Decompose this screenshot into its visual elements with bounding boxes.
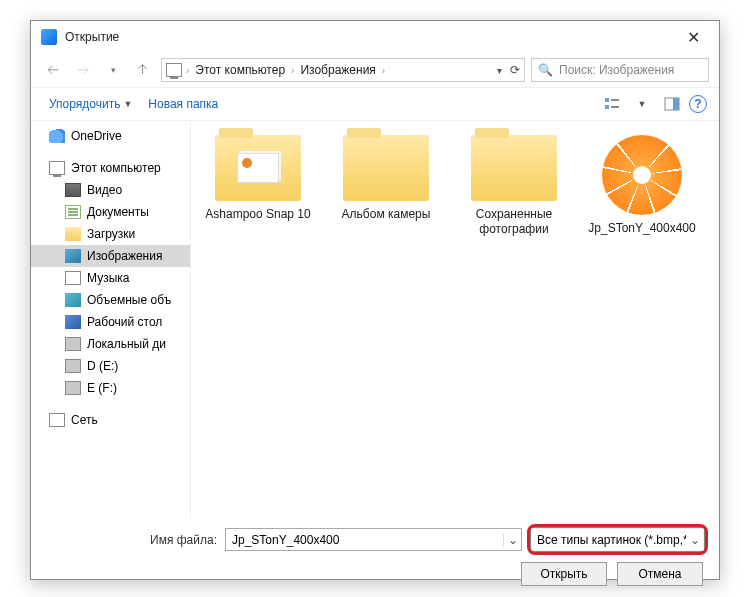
nav-tree: OneDrive Этот компьютер Видео Документы … xyxy=(31,121,191,519)
svg-rect-1 xyxy=(605,105,609,109)
folder-item[interactable]: Альбом камеры xyxy=(327,135,445,222)
nav-bar: 🡠 🡢 ▾ 🡡 › Этот компьютер › Изображения ›… xyxy=(31,53,719,87)
help-button[interactable]: ? xyxy=(689,95,707,113)
search-placeholder: Поиск: Изображения xyxy=(559,63,674,77)
titlebar: Открытие ✕ xyxy=(31,21,719,53)
open-button[interactable]: Открыть xyxy=(521,562,607,586)
onedrive-icon xyxy=(49,129,65,143)
file-item[interactable]: Jp_STonY_400x400 xyxy=(583,135,701,236)
tree-desktop[interactable]: Рабочий стол xyxy=(31,311,190,333)
music-icon xyxy=(65,271,81,285)
refresh-button[interactable]: ⟳ xyxy=(510,63,520,77)
svg-rect-2 xyxy=(611,99,619,101)
folder-icon xyxy=(215,135,301,201)
filename-label: Имя файла: xyxy=(45,533,217,547)
folder-item[interactable]: Сохраненные фотографии xyxy=(455,135,573,237)
objects3d-icon xyxy=(65,293,81,307)
recent-locations-button[interactable]: ▾ xyxy=(101,58,125,82)
filetype-value: Все типы картинок (*.bmp,*.d xyxy=(531,533,686,547)
organize-button[interactable]: Упорядочить ▼ xyxy=(43,93,138,115)
folder-icon xyxy=(471,135,557,201)
tree-e-drive[interactable]: E (F:) xyxy=(31,377,190,399)
new-folder-label: Новая папка xyxy=(148,97,218,111)
documents-icon xyxy=(65,205,81,219)
disk-icon xyxy=(65,381,81,395)
chevron-right-icon: › xyxy=(291,65,294,76)
tree-video[interactable]: Видео xyxy=(31,179,190,201)
cancel-button[interactable]: Отмена xyxy=(617,562,703,586)
desktop-icon xyxy=(65,315,81,329)
pc-icon xyxy=(49,161,65,175)
file-list[interactable]: Ashampoo Snap 10 Альбом камеры Сохраненн… xyxy=(191,121,719,519)
downloads-icon xyxy=(65,227,81,241)
new-folder-button[interactable]: Новая папка xyxy=(142,93,224,115)
tree-music[interactable]: Музыка xyxy=(31,267,190,289)
item-label: Альбом камеры xyxy=(327,207,445,222)
address-bar[interactable]: › Этот компьютер › Изображения › ▾ ⟳ xyxy=(161,58,525,82)
item-label: Jp_STonY_400x400 xyxy=(583,221,701,236)
tree-d-drive[interactable]: D (E:) xyxy=(31,355,190,377)
filename-input[interactable] xyxy=(226,533,503,547)
folder-item[interactable]: Ashampoo Snap 10 xyxy=(199,135,317,222)
footer: Имя файла: ⌄ Все типы картинок (*.bmp,*.… xyxy=(31,519,719,594)
filetype-combo[interactable]: Все типы картинок (*.bmp,*.d ⌄ xyxy=(530,527,705,552)
breadcrumb-this-pc[interactable]: Этот компьютер xyxy=(193,63,287,77)
tree-downloads[interactable]: Загрузки xyxy=(31,223,190,245)
app-icon xyxy=(41,29,57,45)
search-box[interactable]: 🔍 Поиск: Изображения xyxy=(531,58,709,82)
open-file-dialog: Открытие ✕ 🡠 🡢 ▾ 🡡 › Этот компьютер › Из… xyxy=(30,20,720,580)
chevron-down-icon: ▼ xyxy=(123,99,132,109)
tree-pictures[interactable]: Изображения xyxy=(31,245,190,267)
up-button[interactable]: 🡡 xyxy=(131,58,155,82)
item-label: Сохраненные фотографии xyxy=(455,207,573,237)
svg-rect-5 xyxy=(673,98,679,110)
video-icon xyxy=(65,183,81,197)
filename-dropdown-button[interactable]: ⌄ xyxy=(503,533,521,547)
forward-button[interactable]: 🡢 xyxy=(71,58,95,82)
folder-icon xyxy=(343,135,429,201)
chevron-right-icon: › xyxy=(382,65,385,76)
view-dropdown-button[interactable]: ▼ xyxy=(629,93,655,115)
view-icons-button[interactable] xyxy=(599,93,625,115)
tree-documents[interactable]: Документы xyxy=(31,201,190,223)
chevron-right-icon: › xyxy=(186,65,189,76)
svg-rect-3 xyxy=(611,106,619,108)
body: OneDrive Этот компьютер Видео Документы … xyxy=(31,121,719,519)
back-button[interactable]: 🡠 xyxy=(41,58,65,82)
image-thumbnail xyxy=(602,135,682,215)
dropdown-path-button[interactable]: ▾ xyxy=(497,65,502,76)
item-label: Ashampoo Snap 10 xyxy=(199,207,317,222)
svg-rect-0 xyxy=(605,98,609,102)
pc-icon xyxy=(166,63,182,77)
breadcrumb-pictures[interactable]: Изображения xyxy=(298,63,377,77)
tree-3d-objects[interactable]: Объемные объ xyxy=(31,289,190,311)
tree-onedrive[interactable]: OneDrive xyxy=(31,125,190,147)
disk-icon xyxy=(65,337,81,351)
filetype-dropdown-button[interactable]: ⌄ xyxy=(686,533,704,547)
disk-icon xyxy=(65,359,81,373)
filename-combo[interactable]: ⌄ xyxy=(225,528,522,551)
organize-label: Упорядочить xyxy=(49,97,120,111)
pictures-icon xyxy=(65,249,81,263)
tree-this-pc[interactable]: Этот компьютер xyxy=(31,157,190,179)
toolbar: Упорядочить ▼ Новая папка ▼ ? xyxy=(31,87,719,121)
network-icon xyxy=(49,413,65,427)
search-icon: 🔍 xyxy=(538,63,553,77)
tree-local-disk[interactable]: Локальный ди xyxy=(31,333,190,355)
window-title: Открытие xyxy=(65,30,673,44)
close-button[interactable]: ✕ xyxy=(673,23,713,51)
tree-network[interactable]: Сеть xyxy=(31,409,190,431)
preview-pane-button[interactable] xyxy=(659,93,685,115)
